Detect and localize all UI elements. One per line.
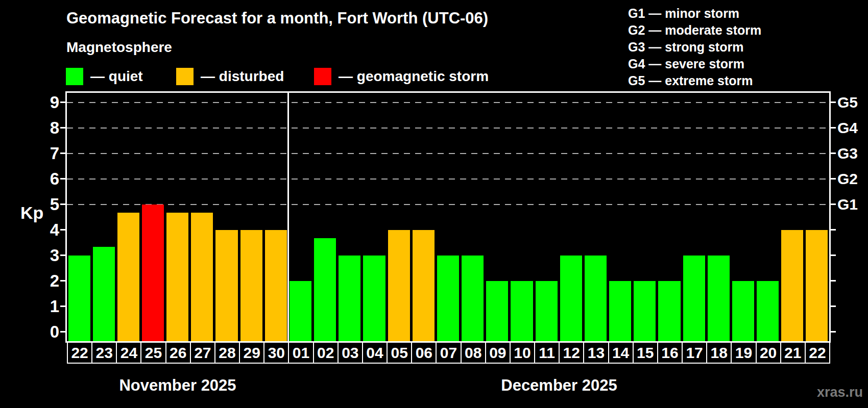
g-legend-line-g1: G1 — minor storm bbox=[628, 5, 761, 22]
month-label-november: November 2025 bbox=[119, 376, 236, 395]
quiet-color-swatch bbox=[66, 68, 83, 85]
y-tick-right-1 bbox=[829, 305, 836, 307]
disturbed-color-swatch bbox=[176, 68, 194, 85]
g-level-label-g3: G3 bbox=[837, 144, 858, 163]
kp-bar-dec-15 bbox=[634, 281, 656, 342]
y-tick-right-2 bbox=[829, 280, 836, 282]
date-cell-dec-15: 15 bbox=[633, 342, 658, 364]
watermark: xras.ru bbox=[817, 385, 863, 400]
date-cell-dec-04: 04 bbox=[362, 342, 388, 364]
y-tick-right-5 bbox=[829, 203, 836, 205]
date-cell-dec-20: 20 bbox=[756, 342, 781, 364]
kp-bar-nov-25 bbox=[142, 205, 164, 342]
y-tick-label-6: 6 bbox=[20, 169, 59, 189]
kp-bar-dec-09 bbox=[486, 281, 508, 342]
kp-bar-dec-16 bbox=[658, 281, 680, 342]
kp-bar-dec-12 bbox=[560, 256, 582, 342]
date-cell-dec-07: 07 bbox=[436, 342, 461, 364]
g-legend-line-g4: G4 — severe storm bbox=[628, 56, 761, 72]
date-cell-dec-09: 09 bbox=[485, 342, 511, 364]
kp-bar-nov-26 bbox=[166, 213, 188, 341]
y-tick-label-4: 4 bbox=[20, 220, 59, 240]
gridline-g4 bbox=[67, 128, 829, 129]
legend-label-storm: — geomagnetic storm bbox=[339, 68, 489, 85]
month-label-december: December 2025 bbox=[501, 376, 617, 395]
gridline-g1 bbox=[67, 204, 829, 205]
y-tick-left-2 bbox=[60, 280, 67, 282]
plot-area bbox=[67, 93, 829, 341]
date-cell-dec-22: 22 bbox=[805, 342, 830, 364]
kp-bar-dec-19 bbox=[732, 281, 754, 342]
gridline-g3 bbox=[67, 153, 829, 154]
date-cell-nov-25: 25 bbox=[140, 342, 166, 364]
date-cell-dec-21: 21 bbox=[780, 342, 806, 364]
gridline-g2 bbox=[67, 178, 829, 180]
date-cell-nov-26: 26 bbox=[165, 342, 191, 364]
y-tick-label-0: 0 bbox=[20, 322, 59, 342]
legend-label-disturbed: — disturbed bbox=[201, 68, 284, 85]
g-level-label-g2: G2 bbox=[837, 169, 858, 189]
storm-color-swatch bbox=[314, 68, 331, 85]
y-tick-left-6 bbox=[60, 178, 67, 180]
kp-bar-dec-02 bbox=[314, 238, 336, 341]
y-tick-label-2: 2 bbox=[20, 271, 59, 291]
kp-bar-dec-07 bbox=[437, 256, 459, 342]
date-cell-dec-17: 17 bbox=[682, 342, 707, 364]
date-cell-dec-19: 19 bbox=[731, 342, 756, 364]
kp-bar-dec-04 bbox=[363, 256, 385, 342]
y-tick-label-9: 9 bbox=[20, 93, 59, 112]
date-cell-dec-02: 02 bbox=[313, 342, 339, 364]
y-tick-right-7 bbox=[829, 152, 836, 154]
y-tick-left-0 bbox=[60, 331, 67, 333]
kp-bar-nov-23 bbox=[93, 247, 115, 341]
kp-bar-dec-01 bbox=[290, 281, 311, 342]
y-tick-left-4 bbox=[60, 229, 67, 231]
y-tick-right-0 bbox=[829, 331, 836, 333]
g-legend-line-g2: G2 — moderate storm bbox=[628, 22, 761, 39]
kp-bar-nov-29 bbox=[240, 230, 262, 342]
date-cell-nov-30: 30 bbox=[263, 342, 289, 364]
date-cell-dec-01: 01 bbox=[288, 342, 314, 364]
g-level-label-g4: G4 bbox=[837, 118, 858, 138]
y-tick-label-3: 3 bbox=[20, 246, 59, 265]
kp-bar-dec-10 bbox=[511, 281, 533, 342]
date-cell-dec-18: 18 bbox=[706, 342, 732, 364]
chart-subtitle: Magnetosphere bbox=[66, 39, 172, 56]
legend-item-quiet: — quiet bbox=[66, 67, 143, 86]
kp-bar-dec-11 bbox=[536, 281, 558, 342]
g-legend-line-g3: G3 — strong storm bbox=[628, 39, 761, 56]
y-tick-label-7: 7 bbox=[20, 144, 59, 163]
kp-bar-dec-03 bbox=[339, 256, 360, 342]
kp-bar-dec-08 bbox=[462, 256, 484, 342]
legend-label-quiet: — quiet bbox=[90, 68, 143, 85]
month-separator bbox=[287, 93, 289, 341]
date-cell-nov-23: 23 bbox=[91, 342, 117, 364]
kp-bar-nov-30 bbox=[265, 230, 287, 342]
legend-item-storm: — geomagnetic storm bbox=[314, 67, 489, 86]
y-tick-label-8: 8 bbox=[20, 118, 59, 138]
date-cell-dec-10: 10 bbox=[510, 342, 535, 364]
kp-bar-nov-22 bbox=[68, 256, 90, 342]
kp-bar-dec-05 bbox=[388, 230, 410, 342]
kp-bar-nov-27 bbox=[191, 213, 213, 341]
y-tick-left-9 bbox=[60, 101, 67, 103]
date-cell-nov-22: 22 bbox=[67, 342, 92, 364]
geomagnetic-forecast-chart: Geomagnetic Forecast for a month, Fort W… bbox=[0, 0, 868, 408]
y-tick-right-6 bbox=[829, 178, 836, 180]
date-cell-dec-03: 03 bbox=[337, 342, 363, 364]
g-level-label-g1: G1 bbox=[837, 195, 858, 214]
date-cell-nov-27: 27 bbox=[190, 342, 215, 364]
kp-bar-dec-17 bbox=[683, 256, 705, 342]
kp-bar-dec-21 bbox=[781, 230, 803, 342]
chart-title: Geomagnetic Forecast for a month, Fort W… bbox=[66, 9, 488, 28]
legend-item-disturbed: — disturbed bbox=[176, 67, 284, 86]
date-cell-nov-29: 29 bbox=[239, 342, 264, 364]
y-tick-left-5 bbox=[60, 203, 67, 205]
kp-bar-nov-24 bbox=[117, 213, 139, 341]
kp-bar-nov-28 bbox=[215, 230, 237, 342]
y-tick-right-9 bbox=[829, 101, 836, 103]
y-tick-left-8 bbox=[60, 127, 67, 129]
date-cell-nov-24: 24 bbox=[116, 342, 141, 364]
kp-bar-dec-22 bbox=[806, 230, 828, 342]
g-scale-legend: G1 — minor storm G2 — moderate storm G3 … bbox=[628, 5, 761, 89]
